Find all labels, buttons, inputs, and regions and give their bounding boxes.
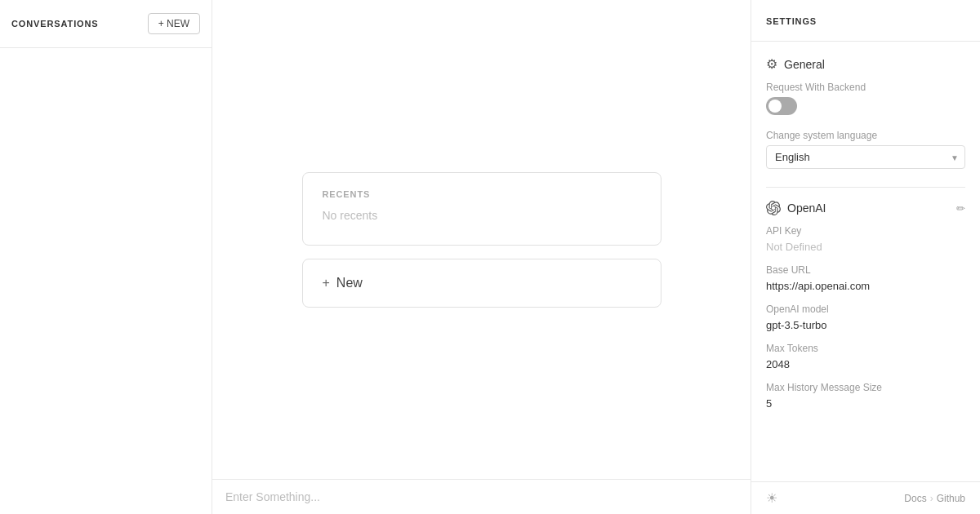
section-divider: [766, 187, 965, 188]
request-backend-label: Request With Backend: [766, 82, 965, 93]
footer-links: Docs › Github: [904, 493, 965, 504]
max-tokens-label: Max Tokens: [766, 343, 965, 354]
settings-header: SETTINGS: [751, 0, 980, 42]
model-value: gpt-3.5-turbo: [766, 319, 965, 331]
new-chat-card[interactable]: + New: [302, 259, 662, 308]
settings-body: ⚙ General Request With Backend Change sy…: [751, 42, 980, 481]
base-url-label: Base URL: [766, 264, 965, 276]
language-select[interactable]: English Spanish French German Chinese Ja…: [766, 145, 965, 169]
max-history-label: Max History Message Size: [766, 382, 965, 393]
recents-card: RECENTS No recents: [302, 172, 662, 246]
sidebar-header: CONVERSATIONS + NEW: [0, 0, 212, 48]
model-label: OpenAI model: [766, 304, 965, 315]
language-row: Change system language English Spanish F…: [766, 130, 965, 169]
settings-title: SETTINGS: [766, 16, 817, 26]
model-row: OpenAI model gpt-3.5-turbo: [766, 304, 965, 331]
openai-icon: [766, 201, 781, 215]
theme-icon[interactable]: ☀: [766, 490, 777, 506]
settings-footer: ☀ Docs › Github: [751, 481, 980, 514]
chat-input-area: [212, 479, 751, 514]
sidebar: CONVERSATIONS + NEW: [0, 0, 212, 514]
general-heading-left: ⚙ General: [766, 56, 825, 72]
footer-separator: ›: [930, 493, 933, 504]
openai-heading-left: OpenAI: [766, 201, 826, 215]
docs-link[interactable]: Docs: [904, 493, 926, 504]
api-key-label: API Key: [766, 225, 965, 237]
chat-area: RECENTS No recents + New: [212, 0, 751, 479]
new-chat-icon: +: [323, 276, 330, 290]
main-content: RECENTS No recents + New: [212, 0, 751, 514]
recents-label: RECENTS: [323, 189, 641, 199]
sidebar-title: CONVERSATIONS: [11, 19, 99, 29]
base-url-value: https://api.openai.com: [766, 280, 965, 292]
request-backend-row: Request With Backend: [766, 82, 965, 118]
toggle-thumb: [768, 100, 782, 113]
language-label: Change system language: [766, 130, 965, 141]
max-history-value: 5: [766, 397, 965, 410]
gear-icon: ⚙: [766, 56, 777, 72]
request-backend-toggle[interactable]: [766, 97, 797, 115]
max-history-row: Max History Message Size 5: [766, 382, 965, 410]
edit-icon[interactable]: ✏: [956, 202, 965, 215]
language-select-wrapper: English Spanish French German Chinese Ja…: [766, 145, 965, 169]
settings-panel: SETTINGS ⚙ General Request With Backend: [751, 0, 980, 514]
general-section-title: General: [784, 58, 825, 71]
base-url-row: Base URL https://api.openai.com: [766, 264, 965, 292]
chat-input[interactable]: [225, 490, 737, 503]
general-section-heading: ⚙ General: [766, 56, 965, 72]
api-key-row: API Key Not Defined: [766, 225, 965, 253]
github-link[interactable]: Github: [937, 493, 965, 504]
openai-section-heading: OpenAI ✏: [766, 201, 965, 215]
api-key-value: Not Defined: [766, 241, 965, 253]
toggle-track[interactable]: [766, 97, 797, 115]
general-section: ⚙ General Request With Backend Change sy…: [766, 56, 965, 169]
max-tokens-row: Max Tokens 2048: [766, 343, 965, 370]
no-recents-text: No recents: [323, 209, 641, 222]
openai-section: OpenAI ✏ API Key Not Defined Base URL ht…: [766, 201, 965, 410]
footer-left: ☀: [766, 490, 777, 506]
new-conversation-button[interactable]: + NEW: [148, 13, 200, 34]
new-chat-label: New: [336, 276, 363, 290]
openai-section-title: OpenAI: [787, 202, 826, 215]
max-tokens-value: 2048: [766, 358, 965, 370]
